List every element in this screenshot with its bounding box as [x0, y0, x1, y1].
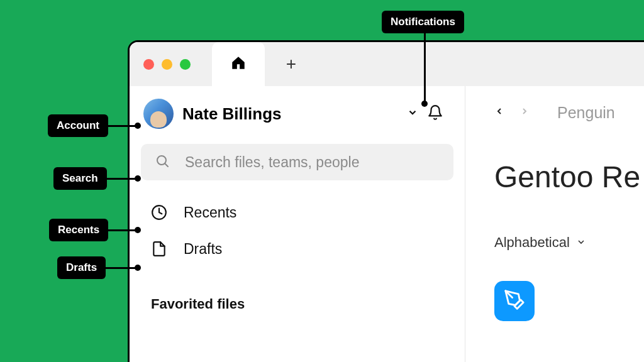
account-switcher[interactable]: Nate Billings [141, 99, 453, 144]
svg-line-1 [165, 163, 168, 167]
home-icon [230, 55, 247, 74]
connector-dot [135, 265, 141, 271]
bell-icon [427, 112, 443, 123]
connector-line [424, 33, 426, 103]
sidebar-item-label: Drafts [184, 241, 222, 258]
notifications-button[interactable] [427, 104, 443, 123]
connector-line [104, 229, 137, 231]
sort-dropdown[interactable]: Alphabetical [494, 234, 644, 251]
section-header-favorites: Favorited files [141, 296, 453, 312]
nav-back-button[interactable] [494, 104, 504, 122]
nav-forward-button[interactable] [519, 104, 530, 122]
home-tab[interactable] [212, 42, 265, 86]
plus-icon: + [286, 54, 296, 74]
connector-dot [421, 101, 428, 107]
maximize-window-button[interactable] [180, 59, 191, 70]
annotation-label: Notifications [391, 16, 455, 28]
minimize-window-button[interactable] [162, 59, 172, 70]
window-controls[interactable] [143, 59, 191, 70]
close-window-button[interactable] [143, 59, 154, 70]
sidebar: Nate Billings Search files, teams, peo [130, 86, 465, 362]
annotation-search: Search [53, 167, 107, 190]
main-content: Penguin Gentoo Re Alphabetical [465, 86, 644, 362]
annotation-drafts: Drafts [57, 256, 106, 279]
project-title: Gentoo Re [494, 160, 644, 194]
pen-icon [504, 289, 525, 313]
search-placeholder: Search files, teams, people [185, 154, 359, 171]
breadcrumb-text[interactable]: Penguin [557, 104, 615, 122]
file-card-design[interactable] [494, 281, 535, 321]
new-tab-button[interactable]: + [265, 42, 318, 86]
annotation-label: Search [62, 172, 98, 184]
username-label: Nate Billings [182, 104, 402, 124]
connector-dot [135, 123, 141, 129]
annotation-notifications: Notifications [382, 11, 464, 33]
chevron-down-icon [576, 234, 586, 251]
chevron-down-icon [407, 107, 418, 121]
app-window: + Nate Billings [128, 40, 644, 362]
breadcrumb-nav: Penguin [494, 104, 644, 122]
connector-dot [135, 227, 141, 233]
sort-label: Alphabetical [494, 234, 570, 251]
sidebar-item-label: Recents [184, 204, 236, 221]
avatar [143, 99, 174, 129]
tab-bar: + [130, 42, 644, 86]
sidebar-item-drafts[interactable]: Drafts [141, 231, 453, 267]
annotation-recents: Recents [49, 219, 108, 241]
file-icon [151, 241, 167, 257]
sidebar-item-recents[interactable]: Recents [141, 194, 453, 231]
search-input[interactable]: Search files, teams, people [141, 144, 453, 180]
annotation-account: Account [48, 114, 108, 137]
annotation-label: Account [57, 119, 99, 131]
annotation-label: Drafts [66, 261, 97, 273]
connector-dot [135, 175, 141, 182]
connector-line [106, 125, 137, 127]
search-icon [155, 153, 170, 171]
clock-icon [151, 204, 167, 221]
annotation-label: Recents [58, 224, 99, 236]
body-area: Nate Billings Search files, teams, peo [130, 86, 644, 362]
